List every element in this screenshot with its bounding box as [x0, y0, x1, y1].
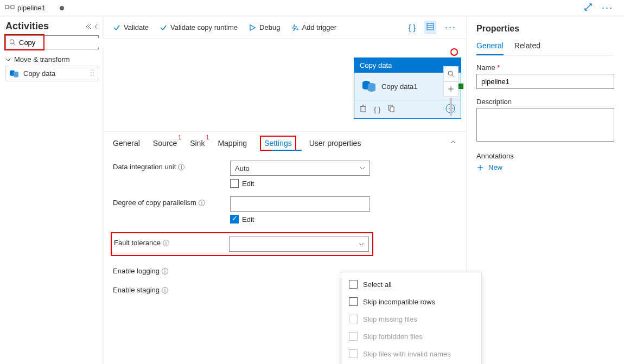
- ft-option-skip-incompatible[interactable]: Skip incompatible rows: [341, 293, 481, 310]
- plus-icon: [476, 164, 484, 171]
- ft-option-skip-missing: Skip missing files: [341, 310, 481, 328]
- new-annotation-button[interactable]: New: [476, 163, 614, 171]
- diu-dropdown[interactable]: Auto: [230, 161, 370, 176]
- fault-tolerance-menu: Select all Skip incompatible rows Skip m…: [341, 272, 482, 364]
- tab-title: pipeline1: [17, 4, 46, 12]
- pipeline-name-input[interactable]: [476, 74, 614, 89]
- activity-item-copy-data[interactable]: Copy data: [5, 66, 98, 81]
- expand-icon[interactable]: [584, 3, 592, 12]
- svg-point-10: [93, 72, 94, 73]
- add-trigger-button[interactable]: Add trigger: [291, 23, 336, 31]
- info-icon[interactable]: i: [178, 164, 184, 170]
- chevron-down-icon: [359, 241, 364, 247]
- ft-option-skip-forbidden: Skip forbidden files: [341, 328, 481, 345]
- activities-group[interactable]: Move & transform: [5, 55, 98, 63]
- database-icon: [9, 70, 19, 78]
- more-menu-icon[interactable]: ···: [602, 2, 613, 14]
- svg-rect-15: [427, 23, 434, 30]
- info-icon[interactable]: i: [162, 287, 168, 293]
- canvas-search-button[interactable]: [443, 66, 459, 81]
- annotation-circle: [450, 48, 458, 56]
- fault-tolerance-label: Fault tolerance: [114, 239, 161, 247]
- delete-icon[interactable]: [360, 105, 366, 114]
- tab-general[interactable]: General: [113, 137, 140, 150]
- toolbar-more-icon[interactable]: ···: [445, 22, 456, 33]
- collapse-panel-icon[interactable]: [450, 139, 456, 147]
- svg-point-26: [448, 71, 453, 75]
- dirty-indicator: [60, 6, 64, 10]
- diu-label: Data integration unit: [113, 163, 176, 171]
- dcp-edit-checkbox[interactable]: [230, 215, 239, 223]
- code-icon[interactable]: { }: [374, 105, 380, 113]
- pipeline-icon: [5, 4, 14, 12]
- collapse-sidebar-icon[interactable]: [85, 24, 98, 29]
- properties-title: Properties: [476, 24, 614, 34]
- zoom-scrollbar[interactable]: [450, 98, 452, 116]
- svg-line-4: [14, 43, 15, 45]
- checkbox: [349, 332, 358, 341]
- svg-rect-1: [11, 5, 14, 9]
- enable-logging-label: Enable logging: [113, 267, 160, 275]
- validate-button[interactable]: Validate: [113, 23, 149, 31]
- activities-search[interactable]: [5, 35, 99, 49]
- dcp-label: Degree of copy parallelism: [113, 199, 196, 207]
- svg-point-12: [93, 75, 94, 76]
- chevron-down-icon: [360, 165, 365, 171]
- edit-label: Edit: [242, 215, 254, 223]
- info-icon[interactable]: i: [162, 268, 168, 274]
- canvas-toolbar: Validate Validate copy runtime Debug Add…: [103, 16, 466, 39]
- copy-icon[interactable]: [388, 105, 394, 114]
- svg-point-9: [91, 72, 92, 73]
- svg-point-11: [91, 75, 92, 76]
- info-icon[interactable]: i: [199, 200, 205, 206]
- tab-settings[interactable]: Settings: [260, 136, 296, 151]
- debug-button[interactable]: Debug: [249, 23, 280, 31]
- node-name: Copy data1: [381, 82, 418, 91]
- description-textarea[interactable]: [476, 108, 614, 142]
- ft-option-select-all[interactable]: Select all: [341, 276, 481, 293]
- activities-sidebar: Activities Move & transform: [0, 16, 103, 364]
- activity-item-label: Copy data: [23, 69, 55, 78]
- add-trigger-label: Add trigger: [302, 23, 336, 31]
- svg-point-8: [93, 69, 94, 71]
- activities-title: Activities: [5, 21, 49, 32]
- props-tab-related[interactable]: Related: [514, 41, 540, 55]
- chevron-down-icon: [5, 57, 11, 62]
- svg-rect-20: [361, 106, 365, 112]
- design-canvas[interactable]: Copy data Copy data1 { }: [103, 39, 466, 131]
- svg-rect-24: [390, 107, 394, 112]
- annotations-label: Annotations: [476, 152, 614, 160]
- svg-line-27: [452, 75, 454, 76]
- tab-underline: [271, 150, 302, 151]
- fault-tolerance-dropdown[interactable]: [229, 237, 369, 252]
- tab-user-properties[interactable]: User properties: [309, 137, 361, 150]
- dcp-input[interactable]: [230, 196, 370, 212]
- edit-label: Edit: [242, 180, 254, 188]
- props-tab-general[interactable]: General: [476, 41, 504, 55]
- name-label: Name *: [476, 63, 614, 72]
- pipeline-tab[interactable]: pipeline1: [0, 4, 69, 12]
- list-view-icon[interactable]: [424, 21, 436, 34]
- info-icon[interactable]: i: [163, 240, 169, 246]
- ft-option-skip-invalid: Skip files with invalid names: [341, 345, 481, 362]
- svg-point-3: [10, 40, 14, 44]
- config-tabs: General Source Sink Mapping Settings Use…: [103, 131, 466, 154]
- canvas-add-button[interactable]: [443, 81, 459, 97]
- svg-rect-0: [5, 5, 9, 9]
- tab-mapping[interactable]: Mapping: [218, 137, 247, 150]
- tab-sink[interactable]: Sink: [190, 137, 205, 150]
- svg-point-7: [91, 69, 92, 71]
- code-view-icon[interactable]: { }: [409, 23, 416, 32]
- validate-runtime-button[interactable]: Validate copy runtime: [160, 23, 238, 31]
- checkbox: [349, 297, 358, 306]
- checkbox: [349, 315, 358, 323]
- grip-icon: [90, 69, 94, 78]
- checkbox: [349, 349, 358, 358]
- search-input[interactable]: [18, 38, 111, 47]
- node-output-connector[interactable]: [458, 84, 463, 89]
- diu-edit-checkbox[interactable]: [230, 179, 239, 188]
- group-label: Move & transform: [14, 55, 70, 63]
- validate-runtime-label: Validate copy runtime: [170, 23, 238, 31]
- database-icon: [362, 80, 376, 92]
- tab-source[interactable]: Source: [153, 137, 177, 150]
